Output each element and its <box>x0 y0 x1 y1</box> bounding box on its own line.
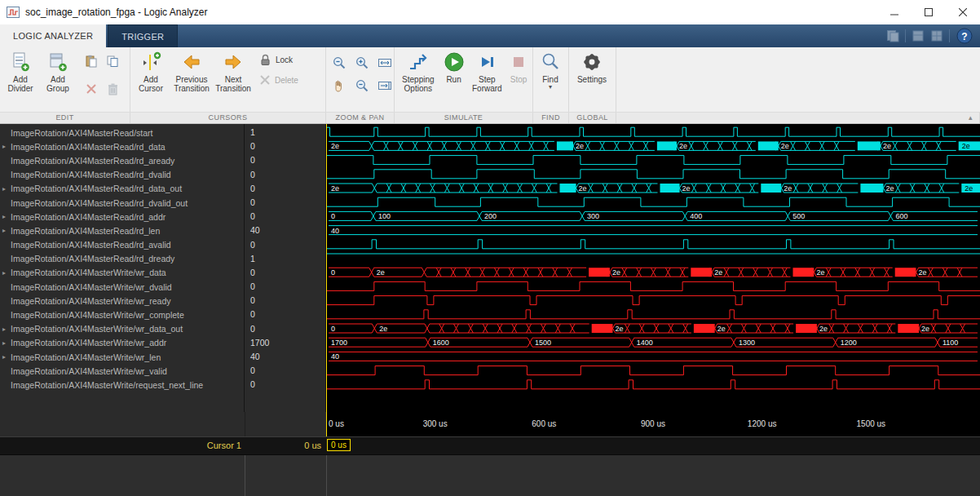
cut-button[interactable] <box>82 79 101 99</box>
toolbar-section-global: Settings <box>569 47 616 112</box>
find-dropdown-caret-icon[interactable]: ▾ <box>549 84 552 91</box>
expand-arrow-icon[interactable]: ▸ <box>2 213 11 220</box>
zoom-out-button[interactable] <box>352 76 372 95</box>
signal-value: 0 <box>245 153 325 167</box>
cursor-line-stem[interactable] <box>326 412 327 436</box>
copy-button[interactable] <box>103 51 122 71</box>
expand-arrow-icon[interactable]: ▸ <box>2 269 11 277</box>
waveform-canvas[interactable]: 2e2e2e2e2e2e2e2e2e2e2e2e0100200300400500… <box>326 124 980 412</box>
signal-row-wr_complete[interactable]: ImageRotation/AXI4MasterWrite/wr_complet… <box>0 308 244 321</box>
svg-text:2e: 2e <box>579 184 587 193</box>
separator <box>949 29 950 42</box>
signal-row-wr_valid[interactable]: ImageRotation/AXI4MasterWrite/wr_valid <box>0 364 244 378</box>
signal-value-column: 100000040010000017004000 <box>245 124 326 412</box>
expand-arrow-icon[interactable]: ▸ <box>2 353 11 361</box>
next-transition-button[interactable]: Next Transition <box>214 50 253 93</box>
toolbar-empty-area <box>616 47 980 112</box>
paste-button[interactable] <box>82 51 101 71</box>
restore-layout-icon[interactable] <box>912 29 925 42</box>
zoom-in-icon <box>355 55 369 70</box>
section-label-global: GLOBAL <box>569 113 616 123</box>
signal-name-list[interactable]: ImageRotation/AXI4MasterRead/start▸Image… <box>0 124 245 412</box>
find-button[interactable]: Find ▾ <box>535 50 566 91</box>
tab-trigger[interactable]: TRIGGER <box>108 24 178 47</box>
svg-text:2e: 2e <box>717 325 726 333</box>
signal-name: ImageRotation/AXI4MasterWrite/wr_len <box>11 352 161 362</box>
zoom-to-end-button[interactable] <box>375 76 395 95</box>
svg-text:2e: 2e <box>331 184 339 193</box>
signal-row-wr_len[interactable]: ▸ImageRotation/AXI4MasterWrite/wr_len <box>0 350 244 364</box>
signal-row-rd_len[interactable]: ▸ImageRotation/AXI4MasterRead/rd_len <box>0 224 244 237</box>
delete-signal-button[interactable] <box>103 79 122 99</box>
save-layout-icon[interactable] <box>886 29 899 42</box>
cursor-time-box[interactable]: 0 us <box>327 439 351 451</box>
minimize-button[interactable] <box>877 0 912 24</box>
add-divider-button[interactable]: Add Divider <box>2 50 39 93</box>
svg-text:2e: 2e <box>781 142 789 150</box>
help-button[interactable]: ? <box>956 27 973 45</box>
add-group-button[interactable]: Add Group <box>39 50 77 93</box>
signal-row-rd_dvalid_out[interactable]: ImageRotation/AXI4MasterRead/rd_dvalid_o… <box>0 196 244 210</box>
svg-text:2e: 2e <box>962 142 970 150</box>
layout-grid-icon[interactable] <box>930 29 943 42</box>
svg-text:2e: 2e <box>576 142 584 150</box>
svg-text:2e: 2e <box>784 184 792 193</box>
run-button[interactable]: Run <box>440 50 468 84</box>
expand-arrow-icon[interactable]: ▸ <box>2 143 11 150</box>
step-forward-button[interactable]: Step Forward <box>467 50 506 93</box>
signal-name: ImageRotation/AXI4MasterWrite/request_ne… <box>11 380 203 390</box>
section-label-cursors: CURSORS <box>130 113 326 123</box>
signal-name: ImageRotation/AXI4MasterWrite/wr_addr <box>11 338 166 348</box>
time-tick-label: 300 us <box>423 419 448 428</box>
signal-row-wr_data[interactable]: ▸ImageRotation/AXI4MasterWrite/wr_data <box>0 266 244 280</box>
lock-cursor-button[interactable]: Lock <box>259 54 298 66</box>
stop-button[interactable]: Stop <box>506 50 531 84</box>
fit-to-view-button[interactable] <box>375 53 395 73</box>
signal-row-wr_data_out[interactable]: ▸ImageRotation/AXI4MasterWrite/wr_data_o… <box>0 322 244 336</box>
tab-logic-analyzer[interactable]: LOGIC ANALYZER <box>0 24 106 47</box>
signal-value: 0 <box>245 196 325 210</box>
delete-cursor-button[interactable]: Delete <box>259 74 298 86</box>
expand-arrow-icon[interactable]: ▸ <box>2 326 11 333</box>
signal-row-rd_addr[interactable]: ▸ImageRotation/AXI4MasterRead/rd_addr <box>0 210 244 224</box>
separator <box>905 29 906 42</box>
zoom-in-time-button[interactable] <box>329 53 349 73</box>
signal-name: ImageRotation/AXI4MasterRead/rd_data_out <box>11 184 182 193</box>
signal-row-wr_addr[interactable]: ▸ImageRotation/AXI4MasterWrite/wr_addr <box>0 336 244 350</box>
section-label-find: FIND <box>533 113 569 123</box>
ribbon-tab-strip: LOGIC ANALYZER TRIGGER ? <box>0 24 980 47</box>
maximize-button[interactable] <box>912 0 946 24</box>
expand-arrow-icon[interactable]: ▸ <box>2 227 11 234</box>
previous-transition-button[interactable]: Previous Transition <box>170 50 214 93</box>
add-group-icon <box>48 51 68 73</box>
signal-row-wr_dvalid[interactable]: ImageRotation/AXI4MasterWrite/wr_dvalid <box>0 280 244 294</box>
signal-row-request_next_line[interactable]: ImageRotation/AXI4MasterWrite/request_ne… <box>0 378 244 392</box>
step-forward-icon <box>476 51 497 73</box>
collapse-ribbon-button[interactable]: ▴ <box>616 113 980 123</box>
signal-row-rd_aready[interactable]: ImageRotation/AXI4MasterRead/rd_aready <box>0 153 244 167</box>
signal-row-rd_data[interactable]: ▸ImageRotation/AXI4MasterRead/rd_data <box>0 140 244 153</box>
signal-row-rd_dvalid[interactable]: ImageRotation/AXI4MasterRead/rd_dvalid <box>0 168 244 182</box>
expand-arrow-icon[interactable]: ▸ <box>2 339 11 347</box>
add-cursor-button[interactable]: Add Cursor <box>132 50 170 93</box>
toolbar-section-cursors: Add Cursor Previous Transition Next Tran… <box>130 47 326 112</box>
signal-row-rd_avalid[interactable]: ImageRotation/AXI4MasterRead/rd_avalid <box>0 238 244 252</box>
signal-row-rd_dready[interactable]: ImageRotation/AXI4MasterRead/rd_dready <box>0 252 244 266</box>
signal-name: ImageRotation/AXI4MasterWrite/wr_data <box>11 268 166 277</box>
signal-row-rd_data_out[interactable]: ▸ImageRotation/AXI4MasterRead/rd_data_ou… <box>0 182 244 196</box>
close-button[interactable] <box>946 0 980 24</box>
signal-value: 0 <box>245 364 325 378</box>
bottom-panel <box>0 454 980 496</box>
signal-row-wr_ready[interactable]: ImageRotation/AXI4MasterWrite/wr_ready <box>0 294 244 308</box>
settings-button[interactable]: Settings <box>571 50 613 84</box>
panel-divider <box>245 455 245 496</box>
signal-value: 40 <box>245 224 325 237</box>
signal-row-start[interactable]: ImageRotation/AXI4MasterRead/start <box>0 126 244 140</box>
zoom-in-button[interactable] <box>352 53 372 73</box>
signal-name: ImageRotation/AXI4MasterWrite/wr_dvalid <box>11 282 172 292</box>
expand-arrow-icon[interactable]: ▸ <box>2 185 11 193</box>
pan-button[interactable] <box>329 76 349 95</box>
svg-text:2e: 2e <box>612 268 620 277</box>
panel-divider <box>326 455 327 496</box>
stepping-options-button[interactable]: Stepping Options <box>396 50 440 93</box>
